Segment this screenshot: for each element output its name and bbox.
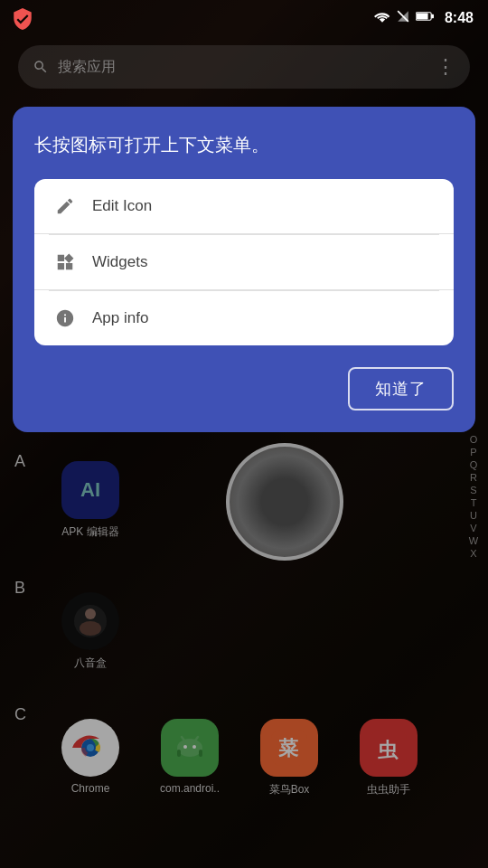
menu-item-edit-icon[interactable]: Edit Icon bbox=[34, 179, 454, 234]
menu-item-widgets[interactable]: Widgets bbox=[34, 235, 454, 290]
signal-icon bbox=[396, 10, 410, 26]
pencil-icon bbox=[52, 193, 78, 219]
info-icon bbox=[52, 306, 78, 331]
svg-rect-2 bbox=[417, 13, 428, 19]
status-bar: 8:48 bbox=[0, 0, 488, 36]
battery-icon bbox=[416, 10, 434, 26]
widgets-icon bbox=[52, 250, 78, 275]
status-icons: 8:48 bbox=[374, 10, 474, 26]
got-it-button[interactable]: 知道了 bbox=[348, 367, 454, 410]
status-time: 8:48 bbox=[445, 10, 474, 26]
app-info-label: App info bbox=[92, 309, 148, 327]
menu-item-app-info[interactable]: App info bbox=[34, 291, 454, 345]
svg-rect-3 bbox=[431, 14, 434, 18]
edit-icon-label: Edit Icon bbox=[92, 197, 152, 215]
button-row: 知道了 bbox=[34, 367, 454, 410]
wifi-icon bbox=[374, 10, 390, 26]
widgets-label: Widgets bbox=[92, 253, 147, 271]
dialog-hint-text: 长按图标可打开上下文菜单。 bbox=[34, 132, 454, 157]
dialog-card: 长按图标可打开上下文菜单。 Edit Icon Widgets bbox=[13, 107, 475, 432]
context-menu: Edit Icon Widgets App info bbox=[34, 179, 454, 345]
